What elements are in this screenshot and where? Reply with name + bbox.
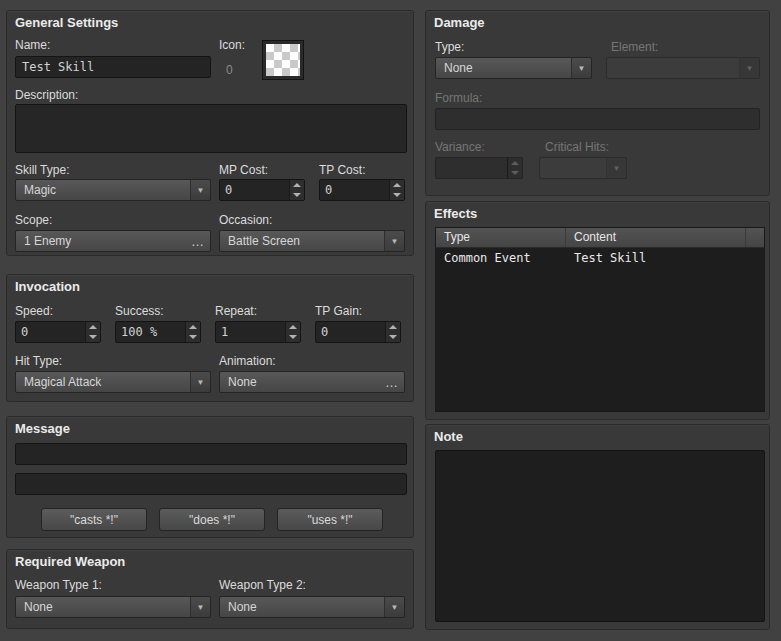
mp-cost-value[interactable]: 0	[220, 180, 289, 200]
effects-content-column-header: Content	[566, 228, 746, 247]
variance-label: Variance:	[435, 140, 485, 154]
tp-cost-label: TP Cost:	[319, 163, 365, 177]
hit-type-label: Hit Type:	[15, 354, 62, 368]
spinner-up-button[interactable]	[290, 180, 304, 190]
hit-type-dropdown[interactable]: Magical Attack ▼	[15, 371, 211, 393]
spinner-down-button[interactable]	[386, 332, 400, 342]
damage-type-value: None	[436, 58, 571, 78]
formula-label: Formula:	[435, 91, 482, 105]
success-spinner[interactable]: 100 %	[115, 321, 201, 343]
tp-gain-spinner[interactable]: 0	[315, 321, 401, 343]
weapon-type-2-dropdown[interactable]: None ▼	[219, 596, 405, 618]
uses-message-button[interactable]: "uses *!"	[277, 508, 383, 531]
success-label: Success:	[115, 304, 164, 318]
repeat-value[interactable]: 1	[216, 322, 285, 342]
tp-cost-value[interactable]: 0	[320, 180, 389, 200]
spinner-down-button[interactable]	[390, 190, 404, 200]
scope-value: 1 Enemy	[16, 231, 186, 251]
spinner-down-button[interactable]	[86, 332, 100, 342]
chevron-down-icon: ▼	[739, 58, 759, 78]
message-line1-input[interactable]	[15, 443, 407, 465]
effects-table-row[interactable]: Common Event Test Skill	[436, 248, 764, 268]
repeat-spinner[interactable]: 1	[215, 321, 301, 343]
spinner-up-button[interactable]	[390, 180, 404, 190]
spinner-up-button[interactable]	[86, 322, 100, 332]
effect-content-cell: Test Skill	[566, 251, 746, 265]
chevron-down-icon: ▼	[571, 58, 591, 78]
mp-cost-spinner[interactable]: 0	[219, 179, 305, 201]
chevron-down-icon: ▼	[190, 597, 210, 617]
formula-input	[435, 108, 760, 130]
scope-picker-button[interactable]: 1 Enemy …	[15, 230, 211, 252]
damage-type-label: Type:	[435, 40, 464, 54]
spinner-down-button[interactable]	[286, 332, 300, 342]
effects-title: Effects	[434, 206, 477, 221]
spinner-up-button[interactable]	[186, 322, 200, 332]
does-message-button[interactable]: "does *!"	[159, 508, 265, 531]
hit-type-value: Magical Attack	[16, 372, 190, 392]
critical-hits-label: Critical Hits:	[545, 140, 609, 154]
success-spin-buttons	[185, 322, 200, 342]
animation-label: Animation:	[219, 354, 276, 368]
speed-spin-buttons	[85, 322, 100, 342]
effect-type-cell: Common Event	[436, 251, 566, 265]
animation-picker-button[interactable]: None …	[219, 371, 405, 393]
occasion-dropdown[interactable]: Battle Screen ▼	[219, 230, 405, 252]
spinner-down-button[interactable]	[186, 332, 200, 342]
effects-group: Effects Type Content Common Event Test S…	[425, 201, 770, 420]
critical-hits-dropdown: ▼	[539, 157, 627, 179]
effects-table: Type Content Common Event Test Skill	[435, 227, 765, 412]
speed-value[interactable]: 0	[16, 322, 85, 342]
element-dropdown: ▼	[606, 57, 760, 79]
casts-message-button[interactable]: "casts *!"	[41, 508, 147, 531]
variance-spin-buttons	[507, 158, 522, 178]
invocation-title: Invocation	[15, 279, 80, 294]
chevron-down-icon: ▼	[606, 158, 626, 178]
message-line2-input[interactable]	[15, 473, 407, 495]
skill-type-label: Skill Type:	[15, 163, 69, 177]
effects-table-body[interactable]: Common Event Test Skill	[436, 248, 764, 411]
tp-cost-spin-buttons	[389, 180, 404, 200]
repeat-spin-buttons	[285, 322, 300, 342]
chevron-down-icon: ▼	[190, 180, 210, 200]
damage-title: Damage	[434, 15, 485, 30]
spinner-up-button	[508, 158, 522, 168]
repeat-label: Repeat:	[215, 304, 257, 318]
scope-label: Scope:	[15, 213, 52, 227]
name-label: Name:	[15, 38, 50, 52]
variance-value	[436, 158, 507, 178]
weapon-type-1-dropdown[interactable]: None ▼	[15, 596, 211, 618]
name-input[interactable]: Test Skill	[15, 56, 211, 78]
skill-type-dropdown[interactable]: Magic ▼	[15, 179, 211, 201]
effects-table-header: Type Content	[436, 228, 764, 248]
required-weapon-group: Required Weapon Weapon Type 1: None ▼ We…	[6, 549, 414, 629]
effects-type-column-header: Type	[436, 228, 566, 247]
note-textarea[interactable]	[435, 450, 765, 622]
speed-spinner[interactable]: 0	[15, 321, 101, 343]
damage-group: Damage Type: None ▼ Element: ▼ Formula: …	[425, 10, 770, 196]
weapon-type-1-label: Weapon Type 1:	[15, 578, 102, 592]
general-settings-title: General Settings	[15, 15, 118, 30]
damage-type-dropdown[interactable]: None ▼	[435, 57, 592, 79]
critical-hits-value	[540, 158, 606, 178]
icon-picker-button[interactable]	[262, 40, 304, 80]
tp-cost-spinner[interactable]: 0	[319, 179, 405, 201]
invocation-group: Invocation Speed: 0 Success: 100 % Repea…	[6, 274, 414, 402]
ellipsis-icon: …	[380, 372, 404, 392]
spinner-down-button[interactable]	[290, 190, 304, 200]
icon-label: Icon:	[219, 38, 245, 52]
mp-cost-spin-buttons	[289, 180, 304, 200]
weapon-type-2-label: Weapon Type 2:	[219, 578, 306, 592]
success-value[interactable]: 100 %	[116, 322, 185, 342]
tp-gain-spin-buttons	[385, 322, 400, 342]
description-textarea[interactable]	[15, 104, 407, 153]
note-title: Note	[434, 429, 463, 444]
spinner-up-button[interactable]	[286, 322, 300, 332]
spinner-up-button[interactable]	[386, 322, 400, 332]
general-settings-group: General Settings Name: Test Skill Icon: …	[6, 10, 414, 256]
icon-transparency-checker	[266, 44, 300, 76]
tp-gain-value[interactable]: 0	[316, 322, 385, 342]
occasion-label: Occasion:	[219, 213, 272, 227]
note-group: Note	[425, 424, 770, 630]
ellipsis-icon: …	[186, 231, 210, 251]
